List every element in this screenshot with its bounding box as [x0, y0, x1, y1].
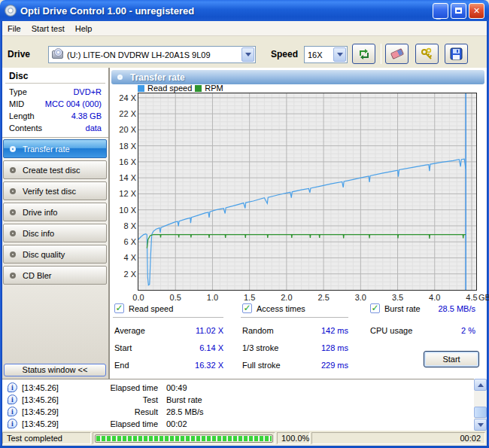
- y-tick-label: 18 X: [112, 142, 136, 151]
- app-cd-icon: [5, 5, 17, 17]
- toolbar-separator: [381, 44, 381, 64]
- sidebar-item-create-test-disc[interactable]: Create test disc: [3, 160, 107, 179]
- sidebar-item-disc-info[interactable]: Disc info: [3, 224, 107, 242]
- scroll-up-button[interactable]: [474, 379, 487, 391]
- speed-select-arrow[interactable]: [333, 47, 346, 62]
- x-axis-unit-label: GB: [478, 293, 489, 302]
- speed-label: Speed: [271, 49, 298, 59]
- close-button[interactable]: ✕: [469, 3, 484, 19]
- progress-bar: [95, 434, 273, 443]
- drive-label: Drive: [8, 49, 30, 59]
- keys-icon: [421, 47, 434, 61]
- log-scrollbar[interactable]: [474, 379, 487, 431]
- disc-panel-divider: [5, 83, 105, 84]
- drive-select-value: (U:) LITE-ON DVDRW LH-20A1S 9L09: [67, 50, 211, 59]
- read-speed-separator: [113, 317, 223, 318]
- sidebar-item-transfer-rate[interactable]: Transfer rate: [3, 139, 107, 158]
- info-icon: i: [8, 382, 17, 392]
- progress-percent-cell: 100.0%: [277, 432, 310, 444]
- disc-icon: [117, 75, 123, 80]
- status-text: Test completed: [7, 434, 62, 443]
- cpu-usage-label: CPU usage: [370, 326, 412, 335]
- start-label: Start: [114, 343, 132, 352]
- random-label: Random: [242, 326, 274, 335]
- save-button[interactable]: [445, 44, 468, 64]
- disc-row-contents: Contentsdata: [2, 122, 108, 134]
- one-third-stroke-label: 1/3 stroke: [242, 343, 278, 352]
- info-icon: i: [8, 395, 17, 404]
- disc-icon: [10, 209, 16, 215]
- x-tick-label: 4.0: [424, 293, 446, 302]
- average-label: Average: [114, 326, 145, 335]
- y-tick-label: 6 X: [112, 237, 136, 246]
- elapsed-time-cell: 00:02: [311, 432, 485, 444]
- read-speed-legend-label: Read speed: [147, 84, 192, 93]
- x-tick-label: 3.5: [387, 293, 409, 302]
- start-test-button[interactable]: Start: [424, 351, 479, 367]
- access-times-separator: [241, 317, 348, 318]
- speed-select[interactable]: 16X: [304, 46, 348, 63]
- chart-header: Transfer rate: [111, 70, 484, 84]
- disc-info-panel: Disc TypeDVD+R MIDMCC 004 (000) Length4.…: [2, 68, 108, 138]
- rpm-legend-swatch: [195, 85, 202, 92]
- disc-icon: [10, 273, 16, 279]
- cpu-usage-value: 2 %: [415, 326, 475, 335]
- disc-icon: [10, 146, 16, 152]
- access-times-checkbox[interactable]: ✓: [242, 303, 252, 313]
- maximize-button[interactable]: [451, 3, 466, 19]
- burst-rate-checkbox[interactable]: ✓: [370, 303, 380, 313]
- y-tick-label: 20 X: [112, 125, 136, 134]
- x-tick-label: 0.0: [127, 293, 150, 302]
- progress-percent: 100.0%: [281, 434, 309, 443]
- sidebar-item-disc-quality[interactable]: Disc quality: [3, 245, 107, 264]
- transfer-rate-plot[interactable]: [138, 93, 476, 290]
- disc-panel-title: Disc: [2, 68, 108, 83]
- disc-row-length: Length4.38 GB: [2, 110, 108, 122]
- x-tick-label: 2.0: [275, 293, 298, 302]
- erase-disc-button[interactable]: [385, 44, 409, 64]
- y-tick-label: 10 X: [112, 206, 136, 215]
- read-speed-checkbox[interactable]: ✓: [114, 303, 124, 313]
- y-tick-label: 2 X: [112, 270, 136, 279]
- x-tick-label: 1.0: [201, 293, 223, 302]
- chart-legend: Read speed RPM: [138, 84, 223, 93]
- menu-file[interactable]: File: [2, 23, 26, 35]
- refresh-drives-button[interactable]: [352, 44, 375, 64]
- menu-help[interactable]: Help: [70, 23, 98, 35]
- progress-cell: [93, 432, 275, 444]
- y-tick-label: 4 X: [112, 253, 136, 262]
- disc-icon: [10, 230, 16, 236]
- end-label: End: [114, 361, 129, 370]
- x-tick-label: 2.5: [312, 293, 335, 302]
- app-window: Opti Drive Control 1.00 - unregistered _…: [0, 0, 489, 448]
- scrollbar-thumb[interactable]: [474, 407, 487, 418]
- sidebar-item-drive-info[interactable]: Drive info: [3, 203, 107, 221]
- sidebar-item-cd-bler[interactable]: CD Bler: [3, 266, 107, 285]
- end-value: 16.32 X: [163, 361, 223, 370]
- speed-select-value: 16X: [308, 50, 323, 59]
- y-tick-label: 14 X: [112, 173, 136, 182]
- scroll-down-button[interactable]: [474, 419, 487, 431]
- status-window-toggle-button[interactable]: Status window <<: [4, 364, 106, 376]
- elapsed-time: 00:02: [460, 434, 481, 443]
- burst-rate-value: 28.5 MB/s: [415, 304, 475, 313]
- title-bar[interactable]: Opti Drive Control 1.00 - unregistered _…: [0, 0, 489, 21]
- info-icon: i: [8, 419, 17, 428]
- random-value: 142 ms: [288, 326, 348, 335]
- drive-select-arrow[interactable]: [241, 47, 254, 62]
- rpm-legend-label: RPM: [205, 84, 223, 93]
- menu-start-test[interactable]: Start test: [26, 23, 70, 35]
- drive-select[interactable]: (U:) LITE-ON DVDRW LH-20A1S 9L09: [48, 46, 256, 63]
- one-third-stroke-value: 128 ms: [288, 343, 348, 352]
- x-tick-label: 1.5: [238, 293, 261, 302]
- full-stroke-value: 229 ms: [288, 361, 348, 370]
- disc-row-type: TypeDVD+R: [2, 86, 108, 98]
- register-button[interactable]: [415, 44, 439, 64]
- disc-icon: [10, 251, 16, 258]
- chart-header-title: Transfer rate: [130, 72, 185, 83]
- minimize-button[interactable]: _: [433, 3, 448, 19]
- window-title: Opti Drive Control 1.00 - unregistered: [20, 5, 430, 17]
- y-tick-label: 22 X: [112, 109, 136, 118]
- start-value: 6.14 X: [163, 343, 223, 352]
- sidebar-item-verify-test-disc[interactable]: Verify test disc: [3, 181, 107, 200]
